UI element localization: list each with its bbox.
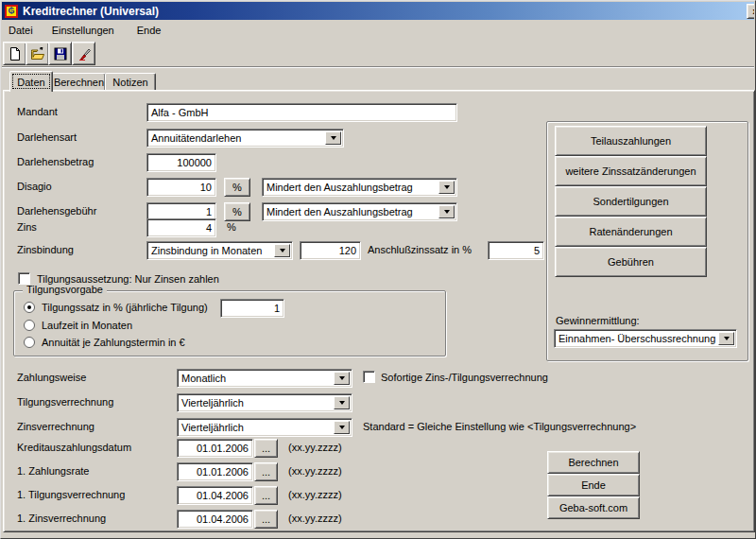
close-icon: x (752, 7, 754, 16)
save-button[interactable] (48, 42, 72, 65)
open-folder-icon (30, 46, 45, 61)
mandant-input[interactable]: Alfa - GmbH (146, 103, 457, 122)
zinsverrechnung-datum-value: 01.04.2006 (197, 513, 249, 525)
annuitaet-radio-label: Annuität je Zahlungstermin in € (42, 337, 185, 348)
disagio-input[interactable]: 10 (146, 178, 216, 197)
zinsverrechnung-datum-picker-button[interactable]: ... (254, 510, 278, 529)
tilgungssatz-radio[interactable] (24, 302, 35, 313)
ende-button[interactable]: Ende (547, 474, 640, 496)
tilgungsaussetzung-checkbox[interactable] (18, 272, 30, 285)
zahlungsweise-select[interactable]: Monatlich (177, 369, 352, 388)
chevron-down-icon[interactable] (438, 205, 455, 218)
brush-icon (77, 46, 92, 61)
menu-einstellungen[interactable]: Einstellungen (45, 23, 121, 38)
laufzeit-radio-label: Laufzeit in Monaten (42, 320, 132, 331)
berechnen-button[interactable]: Berechnen (547, 451, 640, 474)
tilgungsverrechnung-label: Tilgungsverrechnung (17, 396, 113, 408)
zins-label: Zins (17, 221, 37, 233)
ratenaenderungen-label: Ratenänderungen (589, 226, 672, 237)
gebuehren-button[interactable]: Gebühren (555, 247, 707, 277)
zahlungsrate-format: (xx.yy.zzzz) (288, 465, 342, 477)
tilgungsverrechnung-datum-picker-button[interactable]: ... (254, 486, 278, 505)
kreditauszahlungsdatum-input[interactable]: 01.01.2006 (177, 439, 253, 458)
ratenaenderungen-button[interactable]: Ratenänderungen (555, 217, 707, 247)
anschlusszinssatz-value: 5 (534, 245, 540, 256)
kreditauszahlungsdatum-value: 01.01.2006 (197, 443, 249, 454)
zinsverrechnung-datum-input[interactable]: 01.04.2006 (177, 510, 253, 529)
ellipsis-icon: ... (262, 490, 270, 501)
ende-label: Ende (581, 479, 606, 491)
zinsverrechnung-datum-label: 1. Zinsverrechnung (17, 513, 106, 524)
teilauszahlungen-button[interactable]: Teilauszahlungen (555, 126, 707, 156)
open-file-button[interactable] (26, 42, 49, 65)
chevron-down-icon[interactable] (334, 421, 350, 434)
chevron-down-icon[interactable] (334, 396, 350, 409)
menu-bar: Datei Einstellungen Ende (2, 21, 754, 39)
tab-berechnen[interactable]: Berechnen (52, 73, 106, 91)
tab-notizen[interactable]: Notizen (105, 73, 156, 91)
tab-daten-label: Daten (17, 77, 44, 88)
chevron-down-icon[interactable] (334, 372, 350, 385)
disagio-mode-select[interactable]: Mindert den Auszahlungsbetrag (262, 178, 457, 197)
tilgungsverrechnung-datum-value: 01.04.2006 (197, 490, 249, 501)
disagio-percent-label: % (232, 182, 242, 193)
zahlungsrate-picker-button[interactable]: ... (254, 462, 278, 481)
zinsverrechnung-hint: Standard = Gleiche Einstellung wie <Tilg… (363, 421, 636, 432)
save-floppy-icon (53, 46, 68, 61)
sofortige-checkbox[interactable] (363, 371, 375, 383)
zinsbindung-mode-select[interactable]: Zinsbindung in Monaten (146, 241, 293, 260)
chevron-down-icon[interactable] (325, 131, 341, 145)
anschlusszinssatz-label: Anschlußzinssatz in % (368, 244, 472, 255)
clean-button[interactable] (72, 42, 95, 65)
darlehensart-select[interactable]: Annuitätendarlehen (146, 129, 344, 148)
menu-ende[interactable]: Ende (130, 23, 168, 38)
laufzeit-radio[interactable] (24, 320, 35, 331)
darlehensgebuehr-mode-select[interactable]: Mindert den Auszahlungsbetrag (262, 202, 457, 221)
sondertilgungen-button[interactable]: Sondertilgungen (555, 186, 707, 217)
chevron-down-icon[interactable] (438, 181, 455, 194)
geba-soft-label: Geba-soft.com (559, 502, 627, 513)
kreditauszahlungsdatum-format: (xx.yy.zzzz) (288, 442, 342, 453)
tab-daten[interactable]: Daten (9, 71, 53, 92)
zins-unit-label: % (227, 221, 236, 233)
zahlungsrate-label: 1. Zahlungsrate (17, 465, 89, 477)
zins-input[interactable]: 4 (146, 218, 216, 237)
gewinnermittlung-select[interactable]: Einnahmen- Überschussrechnung (554, 329, 737, 348)
anschlusszinssatz-input[interactable]: 5 (488, 241, 544, 260)
kreditauszahlungsdatum-picker-button[interactable]: ... (254, 439, 278, 458)
tilgungssatz-value: 1 (274, 303, 280, 314)
geba-soft-button[interactable]: Geba-soft.com (547, 496, 640, 519)
zinsverrechnung-select[interactable]: Vierteljährlich (177, 418, 352, 437)
zahlungsrate-input[interactable]: 01.01.2006 (177, 462, 253, 481)
tilgungsverrechnung-select[interactable]: Vierteljährlich (177, 393, 352, 412)
darlehensgebuehr-percent-button[interactable]: % (224, 202, 250, 221)
zins-value: 4 (206, 222, 212, 234)
zinsverrechnung-datum-format: (xx.yy.zzzz) (288, 513, 342, 524)
title-bar[interactable]: ₲ Kreditrechner (Universal) x (2, 2, 754, 20)
darlehensbetrag-input[interactable]: 100000 (146, 153, 216, 172)
tilgungssatz-input[interactable]: 1 (220, 299, 284, 318)
app-icon: ₲ (5, 5, 18, 18)
zinsbindung-mode-value: Zinsbindung in Monaten (151, 245, 262, 256)
chevron-down-icon[interactable] (274, 244, 290, 257)
darlehensgebuehr-value: 1 (206, 206, 212, 217)
chevron-down-icon[interactable] (718, 332, 734, 345)
gewinnermittlung-value: Einnahmen- Überschussrechnung (558, 333, 715, 344)
zinsbindung-monate-input[interactable]: 120 (300, 241, 361, 260)
window-title: Kreditrechner (Universal) (23, 5, 159, 18)
sondertilgungen-label: Sondertilgungen (593, 196, 668, 207)
gewinnermittlung-label: Gewinnermittlung: (556, 315, 640, 326)
annuitaet-radio[interactable] (24, 337, 35, 348)
mandant-label: Mandant (17, 106, 58, 117)
berechnen-label: Berechnen (568, 457, 618, 468)
tilgungssatz-radio-label: Tilgungssatz in % (jährliche Tilgung) (42, 302, 208, 313)
disagio-percent-button[interactable]: % (224, 178, 250, 197)
close-button[interactable]: x (747, 4, 754, 19)
ellipsis-icon: ... (262, 443, 270, 454)
menu-datei[interactable]: Datei (2, 23, 40, 38)
tilgungsverrechnung-datum-label: 1. Tilgungsverrechnung (17, 489, 125, 500)
new-file-button[interactable] (3, 42, 26, 65)
sofortige-label: Sofortige Zins-/Tilgungsverrechnung (381, 372, 548, 383)
tilgungsverrechnung-datum-input[interactable]: 01.04.2006 (177, 486, 253, 505)
zinssatzaenderungen-button[interactable]: weitere Zinssatzänderungen (555, 156, 707, 186)
